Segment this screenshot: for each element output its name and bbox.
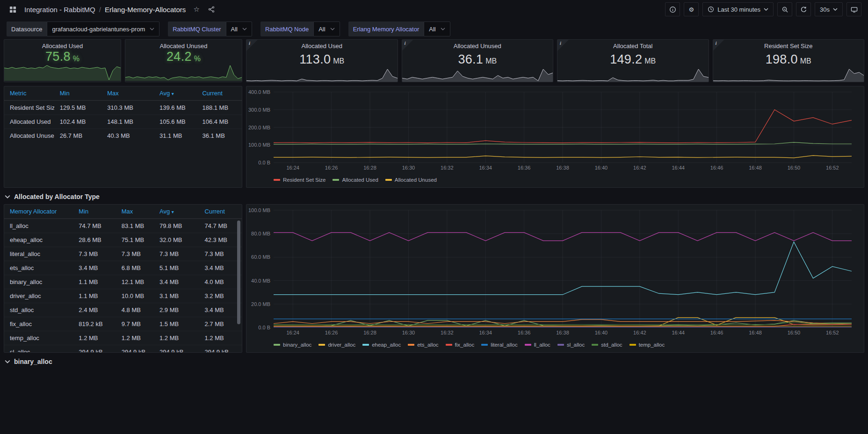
sparkline	[246, 68, 398, 82]
variable-label: RabbitMQ Node	[260, 21, 313, 36]
svg-text:400.0 MB: 400.0 MB	[248, 89, 270, 95]
legend-item-ll_alloc[interactable]: ll_alloc	[525, 342, 550, 348]
panel-allocated-unused-bytes: i Allocated Unused 36.1 MB	[402, 39, 554, 82]
table-row: Allocated Used102.4 MB148.1 MB105.6 MB10…	[4, 115, 242, 129]
table-scrollbar[interactable]	[237, 221, 240, 324]
svg-text:16:28: 16:28	[363, 165, 376, 171]
sparkline	[125, 64, 242, 82]
variable-value: All	[231, 26, 238, 33]
table-row: binary_alloc1.1 MB12.1 MB3.4 MB4.0 MB	[4, 275, 242, 289]
panel-memory-timeseries: 0.0 B100.0 MB200.0 MB300.0 MB400.0 MB16:…	[246, 86, 864, 188]
section-allocated-by-allocator-type[interactable]: Allocated by Allocator Type	[5, 192, 863, 201]
svg-text:16:34: 16:34	[479, 165, 492, 171]
time-range-picker[interactable]: Last 30 minutes	[702, 2, 774, 16]
legend-item-driver_alloc[interactable]: driver_alloc	[318, 342, 355, 348]
panel-allocated-total: i Allocated Total 149.2 MB	[557, 39, 709, 82]
column-header-max[interactable]: Max	[116, 205, 154, 219]
panel-title[interactable]: Allocated Unused	[402, 40, 553, 51]
legend-item-ets_alloc[interactable]: ets_alloc	[408, 342, 438, 348]
chevron-down-icon	[150, 28, 154, 30]
section-title: Allocated by Allocator Type	[14, 193, 100, 200]
column-header-avg[interactable]: Avg ▾	[154, 86, 196, 100]
legend-swatch	[318, 344, 325, 346]
dashboard: Allocated Used 75.8 % Allocated Unused 2…	[0, 39, 868, 366]
sparkline	[713, 68, 864, 82]
legend-item-Resident Set Size[interactable]: Resident Set Size	[274, 177, 326, 183]
svg-text:16:42: 16:42	[633, 330, 646, 335]
column-header-min[interactable]: Min	[73, 205, 116, 219]
stat-value: 113.0 MB	[246, 51, 398, 68]
time-range-label: Last 30 minutes	[717, 6, 760, 13]
legend-item-temp_alloc[interactable]: temp_alloc	[629, 342, 665, 348]
rabbitmq-node-select[interactable]: All	[313, 21, 340, 36]
column-header-metric[interactable]: Metric	[4, 86, 54, 100]
column-header-avg[interactable]: Avg ▾	[154, 205, 199, 219]
star-icon[interactable]: ☆	[190, 3, 203, 15]
svg-text:16:32: 16:32	[441, 165, 454, 171]
column-header-max[interactable]: Max	[101, 86, 154, 100]
tv-view-icon[interactable]	[846, 2, 861, 16]
svg-text:16:48: 16:48	[749, 165, 762, 171]
allocator-timeseries-chart[interactable]: 0.0 B20.0 MB40.0 MB60.0 MB80.0 MB100.0 M…	[246, 206, 859, 339]
svg-text:300.0 MB: 300.0 MB	[248, 107, 270, 113]
legend-item-eheap_alloc[interactable]: eheap_alloc	[362, 342, 401, 348]
legend-item-Allocated Unused[interactable]: Allocated Unused	[385, 177, 437, 183]
refresh-icon[interactable]	[796, 2, 811, 16]
rabbitmq-cluster-select[interactable]: All	[226, 21, 252, 36]
svg-text:200.0 MB: 200.0 MB	[248, 125, 270, 130]
panel-title[interactable]: Allocated Used	[4, 40, 121, 50]
svg-text:16:24: 16:24	[286, 330, 299, 335]
refresh-interval-picker[interactable]: 30s	[815, 2, 843, 16]
column-header-min[interactable]: Min	[54, 86, 102, 100]
panel-title[interactable]: Allocated Unused	[125, 40, 242, 50]
dashboard-insights-icon[interactable]	[665, 2, 680, 16]
chevron-down-icon	[764, 8, 768, 11]
svg-text:100.0 MB: 100.0 MB	[248, 142, 270, 148]
panel-title[interactable]: Allocated Total	[557, 40, 709, 51]
table-row: eheap_alloc28.6 MB75.1 MB32.0 MB42.3 MB	[4, 233, 242, 247]
apps-grid-icon[interactable]	[7, 3, 19, 15]
variable-label: RabbitMQ Cluster	[168, 21, 225, 36]
table-row: fix_alloc819.2 kB9.7 MB1.5 MB2.7 MB	[4, 317, 242, 331]
svg-text:16:36: 16:36	[518, 330, 531, 335]
column-header-current[interactable]: Current	[196, 86, 242, 100]
panel-title[interactable]: Allocated Used	[246, 40, 398, 51]
share-icon[interactable]	[205, 3, 217, 15]
allocator-chart-legend: binary_allocdriver_alloceheap_allocets_a…	[246, 339, 859, 350]
column-header-memory-allocator[interactable]: Memory Allocator	[4, 205, 73, 219]
legend-item-fix_alloc[interactable]: fix_alloc	[446, 342, 475, 348]
sort-caret-icon: ▾	[172, 91, 174, 96]
column-header-current[interactable]: Current	[199, 205, 242, 219]
svg-text:16:40: 16:40	[595, 330, 608, 335]
chevron-down-icon	[5, 360, 10, 363]
svg-text:16:46: 16:46	[710, 330, 723, 335]
erlang-memory-allocator-select[interactable]: All	[424, 21, 450, 36]
chevron-down-icon	[5, 195, 10, 199]
svg-text:16:48: 16:48	[749, 330, 762, 335]
memory-timeseries-chart[interactable]: 0.0 B100.0 MB200.0 MB300.0 MB400.0 MB16:…	[246, 88, 859, 174]
table-row: temp_alloc1.2 MB1.2 MB1.2 MB1.2 MB	[4, 331, 242, 345]
svg-text:16:50: 16:50	[788, 165, 801, 171]
legend-item-binary_alloc[interactable]: binary_alloc	[274, 342, 311, 348]
panel-title[interactable]: Resident Set Size	[713, 40, 864, 51]
svg-text:16:40: 16:40	[595, 165, 608, 171]
panel-allocator-table: Memory AllocatorMinMaxAvg ▾Currentll_all…	[4, 204, 242, 353]
memory-chart-legend: Resident Set SizeAllocated UsedAllocated…	[246, 174, 859, 185]
section-binary-alloc[interactable]: binary_alloc	[5, 357, 863, 366]
table-row: ll_alloc74.7 MB83.1 MB79.8 MB74.7 MB	[4, 219, 242, 233]
memory-table: MetricMinMaxAvg ▾CurrentResident Set Siz…	[4, 86, 242, 142]
legend-item-sl_alloc[interactable]: sl_alloc	[557, 342, 585, 348]
settings-gear-icon[interactable]: ⚙	[684, 2, 699, 16]
stat-value: 36.1 MB	[402, 51, 553, 68]
breadcrumb-folder[interactable]: Integration - RabbitMQ	[24, 6, 95, 14]
variables-submenu: Datasource grafanacloud-gabrielantunes-p…	[0, 19, 868, 39]
legend-item-literal_alloc[interactable]: literal_alloc	[481, 342, 518, 348]
legend-item-Allocated Used[interactable]: Allocated Used	[333, 177, 378, 183]
section-title: binary_alloc	[14, 358, 52, 365]
variable-rabbitmq-node: RabbitMQ Node All	[260, 21, 340, 36]
legend-item-std_alloc[interactable]: std_alloc	[592, 342, 622, 348]
panel-allocated-unused-percent: Allocated Unused 24.2 %	[125, 39, 242, 82]
datasource-select[interactable]: grafanacloud-gabrielantunes-prom	[47, 21, 159, 36]
zoom-out-icon[interactable]	[777, 2, 792, 16]
breadcrumb-dashboard[interactable]: Erlang-Memory-Allocators	[105, 6, 186, 14]
